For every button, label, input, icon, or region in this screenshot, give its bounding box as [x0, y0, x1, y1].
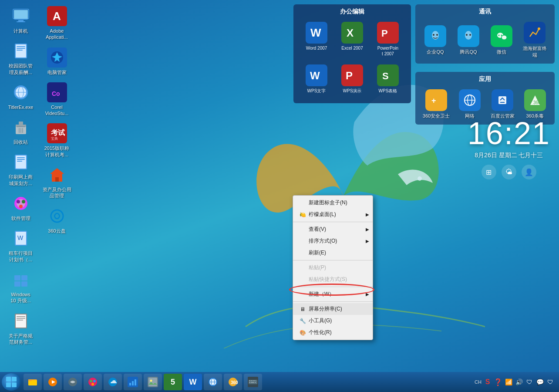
taskbar-stats[interactable] [124, 374, 142, 390]
taskbar-cloud-task[interactable] [104, 374, 122, 390]
office-icon-ppt[interactable]: P PowerPoint 2007 [372, 20, 404, 58]
context-menu-item-sort[interactable]: 排序方式(O) ▶ [293, 235, 373, 247]
svg-rect-26 [17, 161, 22, 162]
communications-title: 通讯 [419, 8, 551, 16]
svg-rect-35 [14, 275, 20, 280]
desktop-icon-win10[interactable]: Windows10 升级... [4, 268, 37, 306]
desktop-icon-print-shop[interactable]: 印刷网上商城策划方... [4, 150, 37, 188]
context-menu-item-gadgets[interactable]: 🔧 小工具(G) [293, 315, 373, 327]
svg-rect-110 [132, 381, 134, 385]
svg-rect-25 [17, 159, 25, 160]
icon-label-corel: CorelVideoStu... [45, 104, 69, 117]
taskbar-keyboard[interactable] [244, 374, 262, 390]
context-menu-item-screen-resolution[interactable]: 🖥 屏幕分辨率(C) [293, 303, 373, 315]
taskbar-wps[interactable]: W [184, 374, 202, 390]
desktop-icon-software-mgr[interactable]: 软件管理 [4, 192, 37, 223]
desktop-icon-exam[interactable]: 考试宝典 2015版职称计算机考... [40, 122, 73, 159]
icon-label-win10: Windows10 升级... [10, 291, 30, 304]
office-icon-wps-text[interactable]: W WPS文字 [301, 63, 332, 95]
desktop-icon-cloud-360[interactable]: 360云盘 [40, 204, 73, 236]
tray-icon-shield2[interactable]: 🛡 [546, 378, 555, 386]
context-menu-item-lemon-desktop[interactable]: 🍋 柠檬桌面(L) ▶ [293, 209, 373, 220]
svg-text:360: 360 [231, 380, 238, 385]
office-icon-wps-present[interactable]: P WPS演示 [337, 63, 368, 95]
svg-rect-126 [254, 380, 256, 381]
tray-icon-chat[interactable]: 💬 [535, 378, 544, 386]
panel-icon-label-wechat: 微信 [497, 49, 506, 55]
svg-point-66 [502, 35, 507, 39]
panel-icon-wechat[interactable]: 微信 [488, 24, 516, 57]
panel-icon-tencent-qq[interactable]: 腾讯QQ [455, 24, 483, 57]
svg-rect-37 [14, 281, 20, 287]
svg-rect-96 [12, 382, 17, 387]
desktop-icon-pc-manager[interactable]: 电脑管家 [40, 46, 73, 77]
tray-icon-shield1[interactable]: 🛡 [525, 378, 534, 386]
svg-rect-95 [6, 382, 11, 387]
context-menu-item-personalize[interactable]: 🎨 个性化(R) [293, 327, 373, 338]
desktop-icon-titlerex[interactable]: TitlerEx.exe [4, 81, 37, 112]
icon-label-car-project: 租车行项目计划书（... [9, 250, 33, 263]
clock-btn-weather[interactable]: 🌤 [502, 165, 516, 179]
svg-point-106 [91, 383, 94, 385]
taskbar-browser[interactable] [204, 374, 222, 390]
tray-icon-volume[interactable]: 🔊 [515, 378, 523, 386]
desktop-icon-team-mgr[interactable]: 校园团队管理及薪酬... [4, 39, 37, 77]
context-menu-item-view[interactable]: 查看(V) ▶ [293, 223, 373, 235]
panel-icon-360-security[interactable]: + 360安全卫士 [421, 88, 451, 121]
icon-label-computer: 计算机 [13, 28, 28, 34]
desktop-icon-property-mgr[interactable]: 资产及办公用品管理 [40, 163, 73, 201]
panel-icon-zhahai[interactable]: 渤海财富终端 [521, 20, 549, 60]
svg-rect-94 [12, 377, 17, 382]
taskbar-photos[interactable] [144, 374, 162, 390]
office-icon-label-wps-table: WPS表格 [379, 88, 397, 94]
icon-label-property-mgr: 资产及办公用品管理 [42, 186, 71, 199]
svg-point-63 [498, 34, 500, 36]
svg-rect-99 [28, 379, 32, 381]
svg-rect-113 [148, 378, 157, 386]
desktop-icon-adobe[interactable]: A AdobeApplicati... [40, 4, 73, 42]
icon-label-titlerex: TitlerEx.exe [8, 104, 34, 110]
desktop-icon-finance-mgr[interactable]: 关于严格规范财务管... [4, 309, 37, 347]
taskbar-360[interactable]: 360 [224, 374, 242, 390]
panel-icon-label-360-security: 360安全卫士 [423, 113, 450, 119]
context-menu-sep2 [293, 260, 373, 260]
svg-rect-128 [251, 382, 254, 383]
tray-icon-s[interactable]: S [483, 378, 492, 386]
panel-icon-enterprise-qq[interactable]: 企业QQ [421, 24, 450, 57]
context-menu-item-new-icon-box[interactable]: 新建图标盒子(N) [293, 197, 373, 209]
taskbar-color-app[interactable] [84, 374, 102, 390]
clock-btn-windows[interactable]: ⊞ [482, 165, 496, 179]
svg-rect-123 [249, 380, 250, 381]
office-icon-excel[interactable]: X Excel 2007 [337, 20, 368, 58]
taskbar-network-task[interactable] [64, 374, 82, 390]
svg-text:+: + [431, 96, 436, 105]
icon-label-software-mgr: 软件管理 [11, 215, 30, 221]
context-menu-sep1 [293, 222, 373, 222]
panel-icon-label-enterprise-qq: 企业QQ [427, 49, 444, 55]
tray-icon-help[interactable]: ❓ [494, 378, 502, 386]
svg-point-56 [436, 34, 438, 36]
office-icon-word[interactable]: W Word 2007 [301, 20, 332, 58]
clock-time: 16:21 [468, 118, 550, 149]
svg-rect-3 [14, 10, 28, 19]
desktop-icon-computer[interactable]: 计算机 [4, 4, 37, 36]
taskbar-media-player[interactable] [44, 374, 62, 390]
svg-text:W: W [310, 26, 321, 39]
svg-point-29 [17, 200, 20, 203]
desktop-icon-car-project[interactable]: W 租车行项目计划书（... [4, 226, 37, 264]
context-menu-item-new[interactable]: 新建（W） ▶ [293, 288, 373, 300]
office-icon-wps-table[interactable]: S WPS表格 [372, 63, 404, 95]
context-menu-item-refresh[interactable]: 刷新(E) [293, 247, 373, 259]
taskbar-file-explorer[interactable] [24, 374, 42, 390]
office-icon-label-wps-present: WPS演示 [343, 88, 362, 94]
office-row1: W Word 2007 X Excel 2007 P PowerPoint 20… [299, 20, 406, 58]
tray-icon-network[interactable]: 📶 [504, 378, 513, 386]
desktop-icon-corel[interactable]: Co CorelVideoStu... [40, 81, 73, 118]
taskbar-start-button[interactable] [2, 373, 21, 391]
svg-rect-5 [17, 21, 25, 22]
desktop-icon-recycle[interactable]: 回收站 [4, 115, 37, 147]
taskbar-app5[interactable]: 5 [164, 374, 182, 390]
clock-btn-user[interactable]: 👤 [522, 165, 536, 179]
svg-rect-125 [253, 380, 254, 381]
svg-rect-4 [18, 20, 24, 21]
